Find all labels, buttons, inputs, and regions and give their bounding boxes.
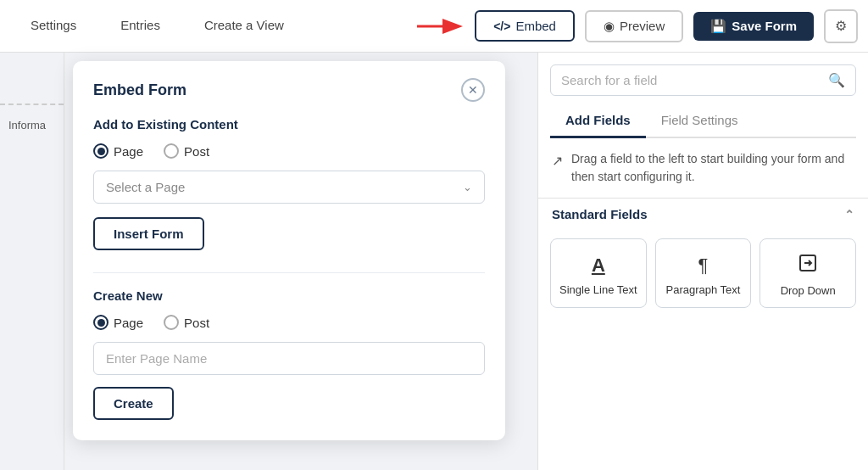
standard-fields-header: Standard Fields ⌃ bbox=[538, 198, 868, 230]
existing-radio-group: Page Post bbox=[93, 143, 485, 159]
search-bar: 🔍 bbox=[550, 64, 856, 96]
drag-hint: ↗ Drag a field to the left to start buil… bbox=[538, 138, 868, 198]
existing-post-radio-circle bbox=[164, 143, 179, 159]
existing-post-radio[interactable]: Post bbox=[164, 143, 209, 159]
create-post-label: Post bbox=[184, 316, 209, 330]
chevron-down-icon: ⌄ bbox=[463, 181, 472, 193]
create-radio-group: Page Post bbox=[93, 315, 485, 330]
section-divider bbox=[93, 272, 485, 273]
arrow-indicator bbox=[417, 14, 468, 39]
fields-grid: A Single Line Text ¶ Paragraph Text Drop… bbox=[538, 230, 868, 316]
search-input[interactable] bbox=[561, 73, 821, 87]
paragraph-text-label: Paragraph Text bbox=[666, 283, 741, 296]
single-line-text-icon: A bbox=[592, 255, 605, 277]
tab-settings[interactable]: Settings bbox=[10, 0, 97, 53]
right-panel-tabs: Add Fields Field Settings bbox=[550, 104, 856, 138]
top-nav: Settings Entries Create a View </> Embed… bbox=[0, 0, 868, 53]
gear-icon: ⚙ bbox=[835, 18, 847, 34]
standard-fields-label: Standard Fields bbox=[552, 207, 648, 221]
tab-create-view[interactable]: Create a View bbox=[184, 0, 304, 53]
create-page-label: Page bbox=[114, 316, 143, 330]
create-new-section-title: Create New bbox=[93, 288, 485, 303]
existing-page-radio-circle bbox=[93, 143, 108, 159]
existing-post-label: Post bbox=[184, 144, 209, 159]
create-page-radio[interactable]: Page bbox=[93, 315, 143, 330]
page-select-placeholder: Select a Page bbox=[106, 180, 185, 194]
preview-label: Preview bbox=[620, 19, 665, 33]
modal-area: Embed Form ✕ Add to Existing Content Pag… bbox=[64, 53, 537, 470]
save-icon: 💾 bbox=[710, 19, 726, 34]
add-existing-section-title: Add to Existing Content bbox=[93, 117, 485, 131]
field-card-drop-down[interactable]: Drop Down bbox=[760, 238, 856, 308]
cursor-icon: ↗ bbox=[552, 151, 563, 171]
tab-add-fields[interactable]: Add Fields bbox=[550, 104, 646, 138]
page-name-input[interactable] bbox=[93, 342, 485, 375]
eye-icon: ◉ bbox=[604, 19, 615, 34]
save-label: Save Form bbox=[732, 19, 797, 33]
dashed-divider bbox=[0, 104, 64, 105]
chevron-up-icon[interactable]: ⌃ bbox=[844, 208, 854, 221]
single-line-text-label: Single Line Text bbox=[559, 283, 637, 296]
close-icon: ✕ bbox=[468, 83, 478, 97]
modal-close-button[interactable]: ✕ bbox=[461, 78, 485, 102]
create-post-radio[interactable]: Post bbox=[164, 315, 209, 330]
right-panel: 🔍 Add Fields Field Settings ↗ Drag a fie… bbox=[537, 53, 868, 470]
field-card-single-line-text[interactable]: A Single Line Text bbox=[550, 238, 647, 308]
modal-title: Embed Form bbox=[93, 81, 186, 99]
paragraph-text-icon: ¶ bbox=[698, 255, 709, 277]
embed-button[interactable]: </> Embed bbox=[475, 10, 575, 42]
main-layout: Informa Embed Form ✕ Add to Existing Con… bbox=[0, 53, 868, 470]
gear-button[interactable]: ⚙ bbox=[824, 9, 858, 43]
existing-page-label: Page bbox=[114, 144, 143, 159]
create-post-radio-circle bbox=[164, 315, 179, 330]
embed-code-icon: </> bbox=[493, 20, 510, 33]
drop-down-icon bbox=[798, 253, 818, 277]
embed-label: Embed bbox=[515, 19, 556, 33]
insert-form-button[interactable]: Insert Form bbox=[93, 217, 204, 250]
embed-form-modal: Embed Form ✕ Add to Existing Content Pag… bbox=[73, 61, 505, 440]
preview-button[interactable]: ◉ Preview bbox=[585, 10, 683, 42]
informa-text: Informa bbox=[0, 112, 64, 138]
create-button[interactable]: Create bbox=[93, 387, 174, 420]
drag-hint-text: Drag a field to the left to start buildi… bbox=[571, 150, 854, 186]
modal-header: Embed Form ✕ bbox=[93, 78, 485, 102]
field-card-paragraph-text[interactable]: ¶ Paragraph Text bbox=[655, 238, 752, 308]
tab-entries[interactable]: Entries bbox=[100, 0, 181, 53]
search-icon: 🔍 bbox=[828, 72, 845, 88]
create-page-radio-circle bbox=[93, 315, 108, 330]
tab-field-settings[interactable]: Field Settings bbox=[646, 104, 754, 138]
page-select-dropdown[interactable]: Select a Page ⌄ bbox=[93, 171, 485, 204]
drop-down-label: Drop Down bbox=[781, 284, 836, 297]
left-canvas-panel: Informa bbox=[0, 53, 64, 470]
save-form-button[interactable]: 💾 Save Form bbox=[693, 12, 814, 41]
existing-page-radio[interactable]: Page bbox=[93, 143, 143, 159]
